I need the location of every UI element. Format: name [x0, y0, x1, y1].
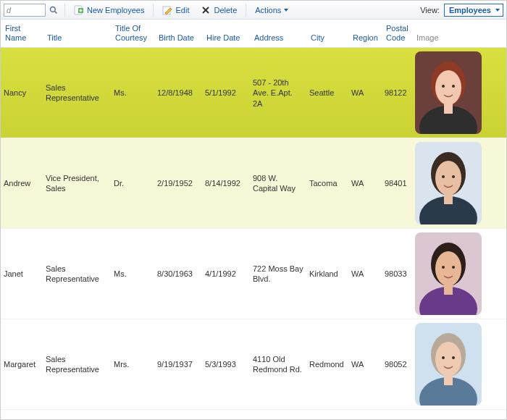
cell-city: Redmond [306, 358, 348, 371]
cell-birth-date: 2/19/1952 [154, 177, 202, 190]
cell-city: Kirkland [306, 267, 348, 280]
col-title[interactable]: Title [44, 32, 112, 44]
svg-point-12 [435, 70, 461, 105]
cell-birth-date: 9/19/1937 [154, 358, 202, 371]
cell-hire-date: 5/1/1992 [202, 86, 250, 99]
cell-postal: 98033 [382, 267, 412, 280]
svg-rect-27 [444, 282, 453, 295]
table-row[interactable]: Andrew Vice President, Sales Dr. 2/19/19… [1, 138, 506, 229]
cell-image [412, 48, 493, 138]
svg-rect-20 [444, 191, 453, 204]
view-select[interactable]: Employees [444, 4, 503, 17]
cell-title: Sales Representative [43, 262, 111, 286]
search-input[interactable] [4, 4, 46, 17]
cell-first-name: Margaret [1, 358, 43, 371]
col-region[interactable]: Region [350, 32, 383, 44]
actions-label: Actions [255, 6, 281, 14]
col-image: Image [414, 32, 495, 44]
avatar [415, 232, 482, 315]
delete-icon [201, 5, 211, 15]
cell-title: Sales Representative [43, 353, 111, 377]
cell-title: Sales Representative [43, 81, 111, 105]
col-postal[interactable]: Postal Code [383, 22, 414, 44]
cell-title: Vice President, Sales [43, 172, 111, 196]
cell-city: Tacoma [306, 177, 348, 190]
svg-rect-13 [444, 101, 453, 114]
toolbar: New Employees Edit Delete Actions View: … [1, 1, 506, 20]
chevron-down-icon [495, 9, 500, 12]
cell-address: 722 Moss Bay Blvd. [250, 262, 306, 286]
view-label: View: [420, 6, 440, 14]
svg-point-22 [452, 175, 455, 178]
cell-birth-date: 12/8/1948 [154, 86, 202, 99]
separator [246, 4, 246, 17]
cell-city: Seattle [306, 86, 348, 99]
avatar [415, 142, 482, 224]
col-city[interactable]: City [308, 32, 350, 44]
col-courtesy[interactable]: Title Of Courtesy [112, 22, 156, 44]
new-employees-label: New Employees [87, 6, 144, 14]
avatar [415, 51, 482, 134]
table-row[interactable]: Margaret Sales Representative Mrs. 9/19/… [1, 319, 506, 410]
svg-point-0 [51, 7, 56, 12]
avatar [415, 323, 482, 406]
cell-region: WA [348, 267, 382, 280]
separator [153, 4, 154, 17]
svg-point-35 [442, 356, 445, 359]
cell-hire-date: 8/14/1992 [202, 177, 250, 190]
delete-button[interactable]: Delete [196, 4, 241, 17]
cell-postal: 98122 [382, 86, 412, 99]
cell-birth-date: 8/30/1963 [154, 267, 202, 280]
cell-postal: 98052 [382, 358, 412, 371]
cell-image [412, 229, 493, 319]
cell-courtesy: Dr. [111, 177, 154, 190]
cell-first-name: Janet [1, 267, 43, 280]
table-row[interactable]: Nancy Sales Representative Ms. 12/8/1948… [1, 48, 506, 138]
cell-image [412, 138, 493, 228]
svg-line-1 [55, 11, 57, 13]
chevron-down-icon [284, 9, 288, 12]
col-first-name[interactable]: First Name [2, 22, 44, 44]
search-button[interactable] [47, 4, 60, 17]
svg-point-36 [452, 356, 455, 359]
svg-point-33 [435, 342, 461, 377]
cell-hire-date: 5/3/1993 [202, 358, 250, 371]
svg-point-14 [442, 85, 445, 88]
cell-courtesy: Ms. [111, 267, 154, 280]
actions-button[interactable]: Actions [251, 4, 293, 16]
svg-point-19 [435, 161, 461, 196]
svg-point-26 [435, 251, 461, 286]
cell-region: WA [348, 177, 382, 190]
grid-header: First Name Title Title Of Courtesy Birth… [1, 20, 506, 48]
edit-button[interactable]: Edit [158, 4, 193, 17]
cell-address: 908 W. Capital Way [250, 172, 306, 196]
cell-first-name: Andrew [1, 177, 43, 190]
col-address[interactable]: Address [251, 32, 308, 44]
delete-label: Delete [214, 6, 237, 14]
cell-first-name: Nancy [1, 86, 43, 99]
employees-grid: First Name Title Title Of Courtesy Birth… [1, 20, 506, 410]
cell-postal: 98401 [382, 177, 412, 190]
cell-courtesy: Ms. [111, 86, 154, 99]
svg-point-28 [442, 266, 445, 269]
svg-point-15 [452, 85, 455, 88]
svg-rect-34 [444, 372, 453, 385]
cell-image [412, 319, 493, 409]
new-icon [74, 5, 84, 15]
col-birth-date[interactable]: Birth Date [156, 32, 204, 44]
edit-icon [162, 5, 172, 15]
cell-courtesy: Mrs. [111, 358, 154, 371]
view-selected-label: Employees [449, 6, 491, 14]
separator [64, 4, 65, 17]
search-icon [49, 6, 58, 14]
svg-point-29 [452, 266, 455, 269]
edit-label: Edit [175, 6, 189, 14]
cell-address: 4110 Old Redmond Rd. [250, 353, 306, 377]
svg-point-21 [442, 175, 445, 178]
col-hire-date[interactable]: Hire Date [204, 32, 251, 44]
new-employees-button[interactable]: New Employees [70, 4, 148, 17]
cell-region: WA [348, 86, 382, 99]
cell-region: WA [348, 358, 382, 371]
table-row[interactable]: Janet Sales Representative Ms. 8/30/1963… [1, 229, 506, 319]
cell-address: 507 - 20th Ave. E.Apt. 2A [250, 76, 306, 110]
